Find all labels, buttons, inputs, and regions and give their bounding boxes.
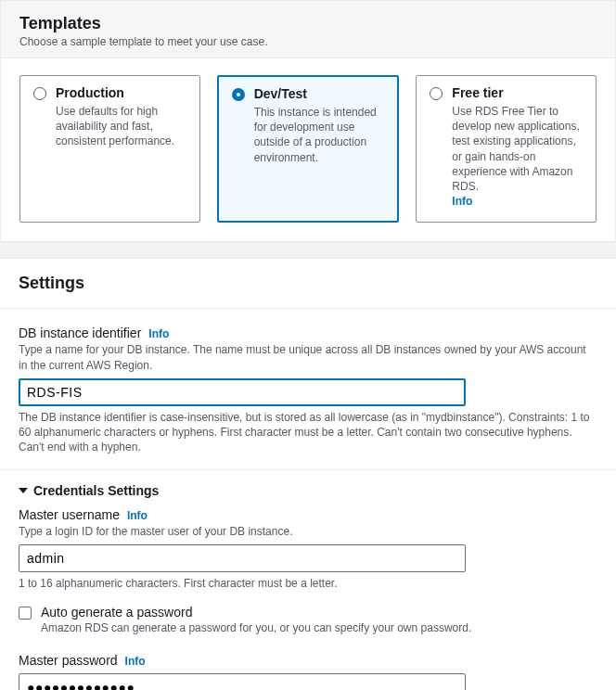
password-input[interactable] — [19, 673, 466, 690]
dbid-constraint: The DB instance identifier is case-insen… — [19, 410, 597, 455]
username-helper: Type a login ID for the master user of y… — [19, 524, 597, 539]
settings-title: Settings — [0, 259, 616, 309]
username-label: Master username — [19, 507, 120, 522]
dbid-field: DB instance identifier Info Type a name … — [0, 309, 616, 470]
checkbox-icon — [19, 607, 32, 620]
password-label: Master password — [19, 653, 118, 668]
dbid-label: DB instance identifier — [19, 326, 141, 340]
template-desc: Use RDS Free Tier to develop new applica… — [452, 104, 583, 209]
template-card-devtest[interactable]: Dev/Test This instance is intended for d… — [217, 75, 400, 223]
panel-gap — [0, 242, 616, 259]
template-desc: Use defaults for high availability and f… — [56, 104, 186, 149]
templates-title: Templates — [19, 14, 597, 33]
radio-icon — [33, 87, 46, 100]
autogen-text: Auto generate a password Amazon RDS can … — [41, 605, 471, 634]
radio-icon — [430, 87, 443, 100]
info-link[interactable]: Info — [127, 509, 148, 522]
templates-subtitle: Choose a sample template to meet your us… — [19, 35, 597, 48]
username-field: Master username Info Type a login ID for… — [19, 507, 597, 591]
credentials-toggle[interactable]: Credentials Settings — [0, 470, 616, 500]
dbid-helper: Type a name for your DB instance. The na… — [19, 342, 597, 372]
autogen-desc: Amazon RDS can generate a password for y… — [41, 621, 471, 634]
settings-panel: Settings DB instance identifier Info Typ… — [0, 259, 616, 690]
templates-panel: Templates Choose a sample template to me… — [0, 0, 616, 242]
dbid-input[interactable] — [19, 378, 466, 406]
template-cards: Production Use defaults for high availab… — [19, 75, 597, 223]
template-desc-text: Use RDS Free Tier to develop new applica… — [452, 105, 579, 193]
autogen-row[interactable]: Auto generate a password Amazon RDS can … — [19, 605, 597, 634]
template-title: Dev/Test — [254, 86, 307, 101]
info-link[interactable]: Info — [452, 195, 472, 208]
template-title: Free tier — [452, 85, 503, 100]
template-card-production[interactable]: Production Use defaults for high availab… — [19, 75, 200, 223]
autogen-label: Auto generate a password — [41, 605, 471, 620]
info-link[interactable]: Info — [125, 655, 146, 668]
templates-header: Templates Choose a sample template to me… — [1, 1, 615, 58]
credentials-body: Master username Info Type a login ID for… — [0, 500, 616, 690]
username-constraint: 1 to 16 alphanumeric characters. First c… — [19, 576, 597, 591]
radio-icon — [232, 88, 245, 101]
caret-down-icon — [19, 488, 28, 493]
password-field: Master password Info Constraints: At lea… — [19, 653, 597, 690]
templates-body: Production Use defaults for high availab… — [1, 58, 615, 241]
username-input[interactable] — [19, 544, 466, 572]
info-link[interactable]: Info — [148, 327, 169, 340]
template-title: Production — [56, 85, 124, 100]
template-desc: This instance is intended for developmen… — [254, 105, 385, 165]
template-card-freetier[interactable]: Free tier Use RDS Free Tier to develop n… — [416, 75, 597, 223]
credentials-subheading: Credentials Settings — [33, 483, 159, 498]
